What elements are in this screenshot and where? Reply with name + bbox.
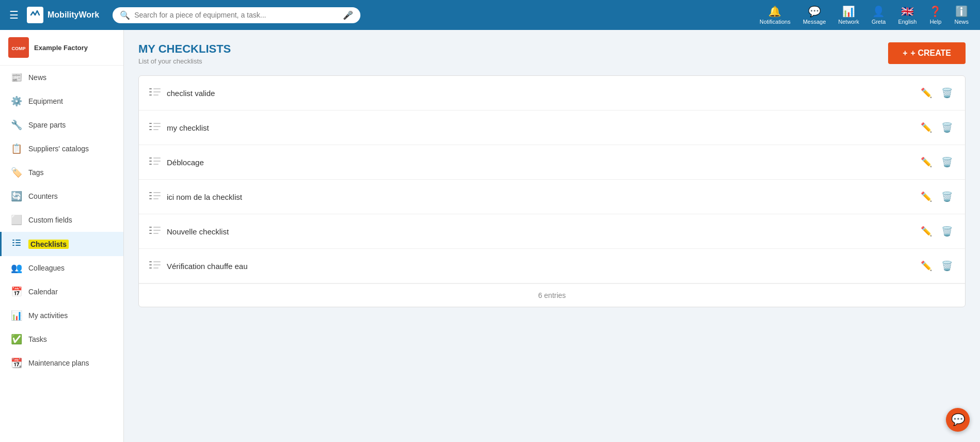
- profile-button[interactable]: 👤 Greta: [866, 3, 891, 27]
- search-input[interactable]: [134, 11, 339, 19]
- create-button[interactable]: + + CREATE: [888, 42, 966, 64]
- search-icon: 🔍: [120, 10, 130, 20]
- svg-rect-17: [149, 126, 152, 127]
- chat-icon: 💬: [951, 413, 965, 427]
- news-button[interactable]: ℹ️ News: [949, 3, 974, 27]
- svg-rect-29: [149, 195, 152, 196]
- checklist-row: Vérification chauffe eau ✏️ 🗑️: [139, 249, 965, 283]
- mic-icon[interactable]: 🎤: [343, 10, 353, 20]
- sidebar-item-counters[interactable]: 🔄 Counters: [0, 184, 123, 208]
- sidebar-item-colleagues[interactable]: 👥 Colleagues: [0, 256, 123, 280]
- svg-rect-31: [149, 198, 152, 199]
- svg-rect-6: [15, 242, 21, 243]
- info-icon: ℹ️: [955, 5, 968, 18]
- checklist-name: my checklist: [167, 123, 912, 132]
- tasks-icon: ✅: [11, 334, 22, 345]
- network-icon: 📊: [842, 5, 855, 18]
- avatar-icon: 👤: [872, 5, 885, 18]
- edit-button[interactable]: ✏️: [919, 120, 934, 135]
- sidebar-item-my-activities[interactable]: 📊 My activities: [0, 304, 123, 327]
- sidebar-item-calendar[interactable]: 📅 Calendar: [0, 280, 123, 304]
- sidebar-item-checklists[interactable]: Checklists: [0, 232, 123, 256]
- sidebar-news-label: News: [28, 73, 46, 82]
- edit-button[interactable]: ✏️: [919, 154, 934, 170]
- notifications-button[interactable]: 🔔 Notifications: [754, 3, 796, 27]
- sidebar-item-tasks[interactable]: ✅ Tasks: [0, 327, 123, 351]
- my-activities-icon: 📊: [11, 310, 22, 321]
- sidebar-equipment-label: Equipment: [28, 97, 63, 105]
- svg-rect-43: [149, 267, 152, 269]
- layout: COMP Example Factory 📰 News ⚙️ Equipment…: [0, 30, 980, 442]
- svg-rect-5: [12, 242, 14, 243]
- main-content: MY CHECKLISTS List of your checklists + …: [124, 30, 980, 442]
- sidebar-item-suppliers-catalogs[interactable]: 📋 Suppliers' catalogs: [0, 137, 123, 161]
- svg-rect-21: [149, 157, 152, 159]
- svg-rect-18: [153, 126, 161, 127]
- spare-parts-icon: 🔧: [11, 119, 22, 131]
- checklist-name: checlist valide: [167, 89, 912, 98]
- svg-rect-24: [153, 161, 161, 162]
- svg-rect-14: [153, 94, 159, 96]
- company-header[interactable]: COMP Example Factory: [0, 30, 123, 66]
- edit-button[interactable]: ✏️: [919, 85, 934, 101]
- svg-rect-27: [149, 192, 152, 193]
- svg-rect-26: [153, 164, 159, 165]
- checklist-row-icon: [149, 156, 161, 168]
- company-logo: COMP: [8, 37, 29, 58]
- delete-button[interactable]: 🗑️: [939, 85, 955, 101]
- create-label: + CREATE: [911, 49, 951, 58]
- svg-rect-20: [153, 129, 159, 130]
- custom-fields-icon: ⬜: [11, 214, 22, 226]
- svg-rect-4: [15, 240, 21, 241]
- row-actions: ✏️ 🗑️: [919, 120, 955, 135]
- edit-button[interactable]: ✏️: [919, 258, 934, 274]
- checklist-row: ici nom de la checklist ✏️ 🗑️: [139, 180, 965, 214]
- language-button[interactable]: 🇬🇧 English: [893, 3, 922, 27]
- suppliers-icon: 📋: [11, 143, 22, 154]
- sidebar-tags-label: Tags: [28, 168, 44, 177]
- sidebar-item-spare-parts[interactable]: 🔧 Spare parts: [0, 113, 123, 137]
- delete-button[interactable]: 🗑️: [939, 189, 955, 204]
- delete-button[interactable]: 🗑️: [939, 258, 955, 274]
- svg-rect-36: [153, 230, 161, 231]
- svg-rect-40: [153, 261, 161, 262]
- help-icon: ❓: [929, 5, 942, 18]
- sidebar-item-maintenance-plans[interactable]: 📆 Maintenance plans: [0, 351, 123, 375]
- checklist-name: ici nom de la checklist: [167, 193, 912, 201]
- logo[interactable]: MobilityWork: [27, 7, 99, 23]
- edit-button[interactable]: ✏️: [919, 224, 934, 239]
- svg-rect-11: [149, 91, 152, 92]
- edit-button[interactable]: ✏️: [919, 189, 934, 204]
- sidebar-item-custom-fields[interactable]: ⬜ Custom fields: [0, 208, 123, 232]
- checklists-card: checlist valide ✏️ 🗑️: [138, 75, 966, 307]
- checklist-row-icon: [149, 122, 161, 134]
- svg-rect-35: [149, 230, 152, 231]
- calendar-icon: 📅: [11, 286, 22, 297]
- svg-rect-23: [149, 161, 152, 162]
- svg-rect-19: [149, 129, 152, 130]
- help-label: Help: [930, 19, 942, 25]
- sidebar-item-equipment[interactable]: ⚙️ Equipment: [0, 89, 123, 113]
- logo-text: MobilityWork: [48, 10, 99, 20]
- chat-bubble[interactable]: 💬: [946, 408, 970, 432]
- row-actions: ✏️ 🗑️: [919, 258, 955, 274]
- delete-button[interactable]: 🗑️: [939, 120, 955, 135]
- sidebar: COMP Example Factory 📰 News ⚙️ Equipment…: [0, 30, 124, 442]
- topnav-actions: 🔔 Notifications 💬 Message 📊 Network 👤 Gr…: [754, 3, 974, 27]
- checklist-name: Déblocage: [167, 158, 912, 167]
- flag-icon: 🇬🇧: [901, 5, 914, 18]
- network-button[interactable]: 📊 Network: [833, 3, 864, 27]
- delete-button[interactable]: 🗑️: [939, 154, 955, 170]
- message-button[interactable]: 💬 Message: [798, 3, 831, 27]
- hamburger-icon[interactable]: ☰: [6, 6, 22, 24]
- sidebar-item-tags[interactable]: 🏷️ Tags: [0, 161, 123, 184]
- search-bar[interactable]: 🔍 🎤: [113, 7, 360, 23]
- checklist-row: Nouvelle checklist ✏️ 🗑️: [139, 214, 965, 249]
- sidebar-item-news[interactable]: 📰 News: [0, 66, 123, 89]
- svg-rect-7: [12, 245, 14, 246]
- entries-count: 6 entries: [139, 283, 965, 307]
- svg-rect-44: [153, 267, 159, 269]
- delete-button[interactable]: 🗑️: [939, 224, 955, 239]
- sidebar-tasks-label: Tasks: [28, 335, 47, 343]
- help-button[interactable]: ❓ Help: [924, 3, 947, 27]
